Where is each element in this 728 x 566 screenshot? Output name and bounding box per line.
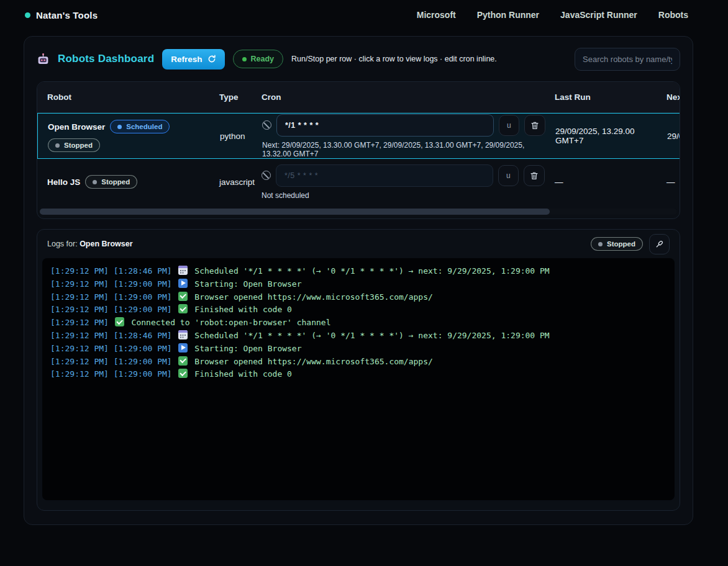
nav-link-javascript-runner[interactable]: JavaScript Runner <box>560 10 637 20</box>
log-timestamp: [1:29:12 PM] <box>50 357 114 366</box>
column-header-next-run: Next Run <box>657 92 680 102</box>
log-message: Starting: Open Browser <box>190 344 302 353</box>
log-message: Starting: Open Browser <box>190 279 302 289</box>
badge-scheduled-label: Scheduled <box>126 123 162 130</box>
nav-link-robots[interactable]: Robots <box>658 10 688 20</box>
log-line: [1:29:12 PM] [1:29:00 PM] Starting: Open… <box>50 343 667 356</box>
cron-next-runs: Not scheduled <box>262 191 545 200</box>
log-line: [1:29:12 PM] [1:28:46 PM] Scheduled '*/1… <box>50 330 667 343</box>
column-header-type: Type <box>209 92 252 102</box>
logs-status-badge: Stopped <box>591 237 643 251</box>
refresh-button[interactable]: Refresh <box>162 49 224 70</box>
log-terminal[interactable]: [1:29:12 PM] [1:28:46 PM] Scheduled '*/1… <box>42 258 675 500</box>
last-run-cell: — <box>545 177 657 187</box>
robot-cell: Open Browser Scheduled Stopped <box>38 120 210 152</box>
play-icon <box>178 279 188 288</box>
robots-table-panel: Robot Type Cron Last Run Next Run Open B… <box>37 81 680 219</box>
horizontal-scrollbar-thumb[interactable] <box>40 209 550 215</box>
refresh-button-label: Refresh <box>171 55 202 64</box>
ready-label: Ready <box>251 55 275 63</box>
cron-cell: u Not scheduled <box>252 164 545 200</box>
log-event-timestamp: [1:29:00 PM] <box>114 292 177 302</box>
horizontal-scrollbar-track <box>40 209 677 215</box>
log-message: Finished with code 0 <box>190 305 292 314</box>
check-icon <box>178 356 188 366</box>
table-row-hello-js[interactable]: Hello JS Stopped javascript u <box>37 159 680 205</box>
column-header-cron: Cron <box>252 92 545 102</box>
stopped-dot-icon <box>93 180 97 184</box>
search-input[interactable] <box>575 48 680 71</box>
log-timestamp: [1:29:12 PM] <box>50 279 114 289</box>
trash-icon <box>530 120 540 130</box>
log-lines: [1:29:12 PM] [1:28:46 PM] Scheduled '*/1… <box>50 265 667 381</box>
log-event-timestamp: [1:29:00 PM] <box>114 279 177 289</box>
robots-dashboard-card: Robots Dashboard Refresh Ready Run/Stop … <box>24 36 693 525</box>
badge-stopped: Stopped <box>85 175 137 189</box>
check-icon <box>178 292 188 301</box>
cron-next-runs: Next: 29/09/2025, 13.30.00 GMT+7, 29/09/… <box>262 141 545 158</box>
next-run-cell: — <box>657 177 680 187</box>
top-navbar: Natan's Tools Microsoft Python Runner Ja… <box>0 0 728 30</box>
check-icon <box>178 304 188 313</box>
log-line: [1:29:12 PM] [1:28:46 PM] Scheduled '*/1… <box>50 265 667 278</box>
brand-dot-icon <box>25 12 30 18</box>
type-cell: python <box>210 132 252 141</box>
robot-icon <box>37 53 50 66</box>
log-message: Scheduled '*/1 * * * *' (→ '0 */1 * * * … <box>190 331 550 340</box>
nav-links: Microsoft Python Runner JavaScript Runne… <box>417 10 688 20</box>
robot-name: Hello JS <box>47 177 80 187</box>
log-line: [1:29:12 PM] Connected to 'robot:open-br… <box>50 317 667 330</box>
pin-icon <box>654 239 665 249</box>
table-header-row: Robot Type Cron Last Run Next Run <box>37 82 680 113</box>
log-message: Browser opened https://www.microsoft365.… <box>190 357 433 366</box>
stopped-dot-icon <box>598 242 603 246</box>
column-header-robot: Robot <box>37 92 209 102</box>
badge-stopped-label: Stopped <box>101 178 130 186</box>
ready-dot-icon <box>242 57 247 61</box>
dashboard-header: Robots Dashboard Refresh Ready Run/Stop … <box>37 45 680 73</box>
log-event-timestamp: [1:28:46 PM] <box>114 331 177 340</box>
trash-icon <box>529 171 539 181</box>
cron-input[interactable] <box>276 114 494 137</box>
robots-table: Robot Type Cron Last Run Next Run Open B… <box>37 82 680 205</box>
log-timestamp: [1:29:12 PM] <box>50 266 114 276</box>
page-title: Robots Dashboard <box>58 53 154 65</box>
calendar-icon <box>178 266 188 275</box>
delete-robot-button[interactable] <box>524 115 545 136</box>
cron-input[interactable] <box>276 164 493 187</box>
table-row-open-browser[interactable]: Open Browser Scheduled Stopped python <box>37 113 680 159</box>
log-timestamp: [1:29:12 PM] <box>50 292 114 302</box>
logs-status-label: Stopped <box>607 240 635 248</box>
log-message: Browser opened https://www.microsoft365.… <box>190 292 433 302</box>
badge-stopped-label: Stopped <box>64 142 93 149</box>
log-line: [1:29:12 PM] [1:29:00 PM] Browser opened… <box>50 291 667 304</box>
badge-stopped: Stopped <box>48 138 100 152</box>
log-line: [1:29:12 PM] [1:29:00 PM] Browser opened… <box>50 356 667 369</box>
log-message: Finished with code 0 <box>190 369 292 379</box>
check-icon <box>178 369 188 378</box>
dashboard-hint: Run/Stop per row · click a row to view l… <box>291 55 497 63</box>
log-line: [1:29:12 PM] [1:29:00 PM] Finished with … <box>50 303 667 317</box>
pin-logs-button[interactable] <box>649 234 670 254</box>
log-timestamp: [1:29:12 PM] <box>50 318 114 327</box>
robot-cell: Hello JS Stopped <box>37 175 209 189</box>
log-timestamp: [1:29:12 PM] <box>50 331 114 340</box>
scheduled-dot-icon <box>117 125 122 129</box>
brand[interactable]: Natan's Tools <box>25 10 98 20</box>
nav-link-python-runner[interactable]: Python Runner <box>477 10 539 20</box>
calendar-icon <box>178 330 188 339</box>
status-badge-ready: Ready <box>233 50 284 68</box>
save-cron-button[interactable]: u <box>499 115 520 136</box>
delete-robot-button[interactable] <box>524 165 545 186</box>
log-line: [1:29:12 PM] [1:29:00 PM] Finished with … <box>50 368 667 381</box>
log-timestamp: [1:29:12 PM] <box>50 344 114 353</box>
save-cron-button[interactable]: u <box>498 165 519 186</box>
log-event-timestamp: [1:29:00 PM] <box>114 369 177 379</box>
logs-panel: Logs for: Open Browser Stopped <box>37 229 680 511</box>
cron-cell: u Next: 29/09/2025, 13.30.00 GMT+7, 29/0… <box>252 114 545 158</box>
refresh-icon <box>207 55 216 63</box>
nav-link-microsoft[interactable]: Microsoft <box>417 10 456 20</box>
log-message: Scheduled '*/1 * * * *' (→ '0 */1 * * * … <box>190 266 550 276</box>
column-header-last-run: Last Run <box>545 92 657 102</box>
play-icon <box>178 343 188 353</box>
